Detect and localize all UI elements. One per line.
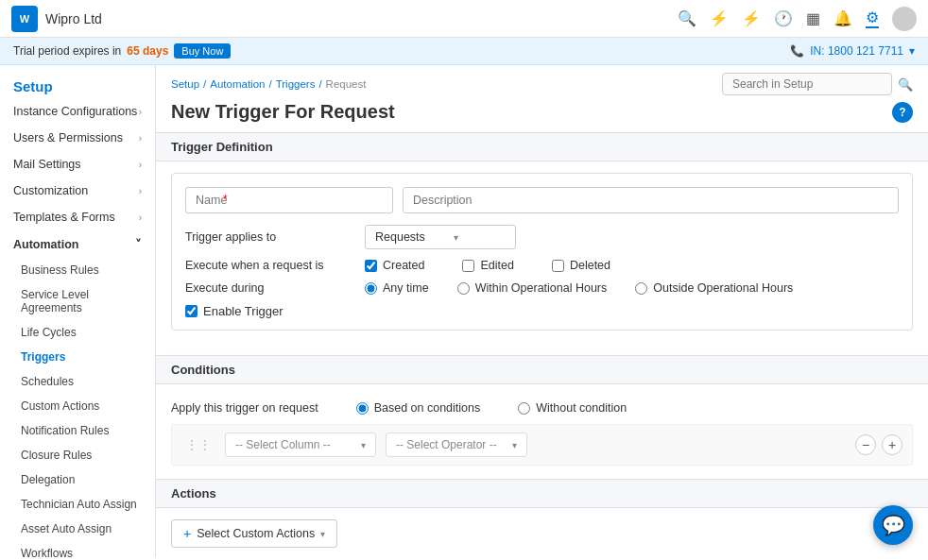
breadcrumb-sep: /: [318, 78, 321, 90]
breadcrumb-sep: /: [203, 78, 206, 90]
remove-condition-button[interactable]: −: [855, 434, 876, 455]
trigger-definition-header: Trigger Definition: [156, 132, 928, 161]
sidebar: Setup Instance Configurations › Users & …: [0, 65, 156, 557]
operator-chevron-icon: ▾: [512, 440, 517, 450]
plus-icon: +: [183, 526, 191, 541]
name-input[interactable]: [185, 187, 393, 213]
radio-anytime: Any time: [365, 281, 429, 295]
without-condition-label: Without condition: [536, 401, 627, 415]
app-title: Wipro Ltd: [45, 11, 102, 26]
select-custom-actions-button[interactable]: + Select Custom Actions ▾: [171, 519, 337, 548]
based-on-conditions-radio[interactable]: [356, 402, 369, 415]
trial-banner: Trial period expires in 65 days Buy Now …: [0, 38, 928, 65]
enable-trigger-row: Enable Trigger: [185, 304, 899, 318]
deleted-checkbox[interactable]: [552, 260, 564, 272]
sidebar-sub-notification-rules[interactable]: Notification Rules: [0, 418, 155, 443]
sidebar-sub-closure-rules[interactable]: Closure Rules: [0, 443, 155, 467]
sidebar-sub-lifecycles[interactable]: Life Cycles: [0, 320, 155, 345]
breadcrumb-sep: /: [268, 78, 271, 90]
page-title: New Trigger For Request: [171, 101, 395, 123]
sidebar-item-automation[interactable]: Automation ˅: [0, 230, 155, 258]
created-label: Created: [383, 259, 424, 272]
sidebar-item-label: Users & Permissions: [13, 131, 123, 144]
buy-now-button[interactable]: Buy Now: [174, 43, 231, 59]
page-header: New Trigger For Request ?: [156, 97, 928, 132]
sidebar-sub-workflows[interactable]: Workflows: [0, 541, 155, 557]
actions-section: + Select Custom Actions ▾: [156, 519, 928, 548]
sidebar-sub-delegation[interactable]: Delegation: [0, 467, 155, 492]
enable-trigger-checkbox[interactable]: [185, 305, 198, 317]
sidebar-item-templates[interactable]: Templates & Forms ›: [0, 204, 155, 230]
chevron-right-icon: ›: [139, 133, 142, 144]
phone-icon: 📞: [790, 44, 804, 58]
sidebar-sub-tech-auto-assign[interactable]: Technician Auto Assign: [0, 492, 155, 517]
trial-banner-right: 📞 IN: 1800 121 7711 ▾: [790, 44, 915, 58]
chat-fab-button[interactable]: 💬: [873, 505, 913, 545]
sidebar-item-users[interactable]: Users & Permissions ›: [0, 125, 155, 151]
name-desc-row: *: [185, 187, 899, 213]
drag-handle-icon[interactable]: ⋮⋮: [181, 437, 215, 452]
sidebar-sub-schedules[interactable]: Schedules: [0, 369, 155, 394]
column-placeholder: -- Select Column --: [235, 438, 331, 451]
sidebar-item-instance[interactable]: Instance Configurations ›: [0, 98, 155, 125]
operator-placeholder: -- Select Operator --: [396, 438, 497, 451]
trigger-applies-label: Trigger applies to: [185, 230, 365, 244]
header-left: W Wipro Ltd: [11, 6, 102, 32]
search-icon[interactable]: 🔍: [898, 77, 913, 92]
avatar[interactable]: [892, 7, 917, 31]
operator-select[interactable]: -- Select Operator -- ▾: [386, 433, 527, 457]
within-ops-radio[interactable]: [457, 282, 470, 295]
breadcrumb-request: Request: [326, 78, 367, 90]
anytime-radio[interactable]: [365, 282, 377, 295]
sidebar-item-mail[interactable]: Mail Settings ›: [0, 151, 155, 178]
description-input[interactable]: [403, 187, 899, 213]
search-icon[interactable]: 🔍: [678, 9, 696, 27]
sidebar-item-label: Instance Configurations: [13, 105, 137, 118]
actions-header: Actions: [156, 479, 928, 508]
radio-based-on-conditions: Based on conditions: [356, 401, 481, 415]
breadcrumb: Setup / Automation / Triggers / Request: [171, 78, 366, 90]
bolt-icon[interactable]: ⚡: [742, 9, 761, 27]
sidebar-sub-triggers[interactable]: Triggers: [0, 345, 155, 369]
sidebar-sub-custom-actions[interactable]: Custom Actions: [0, 394, 155, 418]
name-field-wrap: *: [185, 187, 393, 213]
edited-label: Edited: [480, 259, 513, 272]
custom-actions-label: Select Custom Actions: [197, 527, 315, 540]
grid-icon[interactable]: ▦: [806, 9, 820, 27]
radio-within-ops: Within Operational Hours: [457, 281, 608, 295]
chevron-down-icon: ▾: [454, 232, 458, 243]
sidebar-item-label: Mail Settings: [13, 158, 81, 171]
execute-checkboxes: Created Edited Deleted: [365, 259, 899, 272]
bell-icon[interactable]: 🔔: [833, 9, 852, 27]
main-layout: Setup Instance Configurations › Users & …: [0, 65, 928, 557]
trigger-applies-select[interactable]: Requests ▾: [365, 225, 516, 249]
conditions-header: Conditions: [156, 355, 928, 384]
outside-ops-radio[interactable]: [635, 282, 647, 295]
sidebar-sub-asset-auto-assign[interactable]: Asset Auto Assign: [0, 517, 155, 541]
sidebar-item-label: Customization: [13, 184, 88, 197]
add-condition-button[interactable]: +: [882, 434, 902, 455]
edited-checkbox[interactable]: [462, 260, 474, 272]
trial-text: Trial period expires in: [13, 44, 121, 58]
search-input[interactable]: [722, 73, 892, 95]
column-select[interactable]: -- Select Column -- ▾: [225, 433, 376, 457]
sidebar-sub-sla[interactable]: Service Level Agreements: [0, 282, 155, 320]
created-checkbox[interactable]: [365, 260, 377, 272]
breadcrumb-setup[interactable]: Setup: [171, 78, 199, 90]
sidebar-sub-business-rules[interactable]: Business Rules: [0, 258, 155, 282]
flash-icon[interactable]: ⚡: [710, 9, 729, 27]
execute-during-label: Execute during: [185, 281, 365, 295]
gear-icon[interactable]: ⚙: [866, 8, 879, 28]
breadcrumb-triggers[interactable]: Triggers: [276, 78, 316, 90]
phone-chevron[interactable]: ▾: [909, 44, 915, 58]
apply-label: Apply this trigger on request: [171, 401, 318, 415]
content-area: Setup / Automation / Triggers / Request …: [156, 65, 928, 557]
history-icon[interactable]: 🕐: [774, 9, 793, 27]
breadcrumb-automation[interactable]: Automation: [210, 78, 265, 90]
without-condition-radio[interactable]: [518, 402, 530, 415]
checkbox-created: Created: [365, 259, 424, 272]
execute-when-row: Execute when a request is Created Edited: [185, 259, 899, 272]
help-icon[interactable]: ?: [892, 102, 913, 123]
sidebar-item-customization[interactable]: Customization ›: [0, 178, 155, 204]
custom-actions-chevron-icon: ▾: [320, 529, 325, 539]
